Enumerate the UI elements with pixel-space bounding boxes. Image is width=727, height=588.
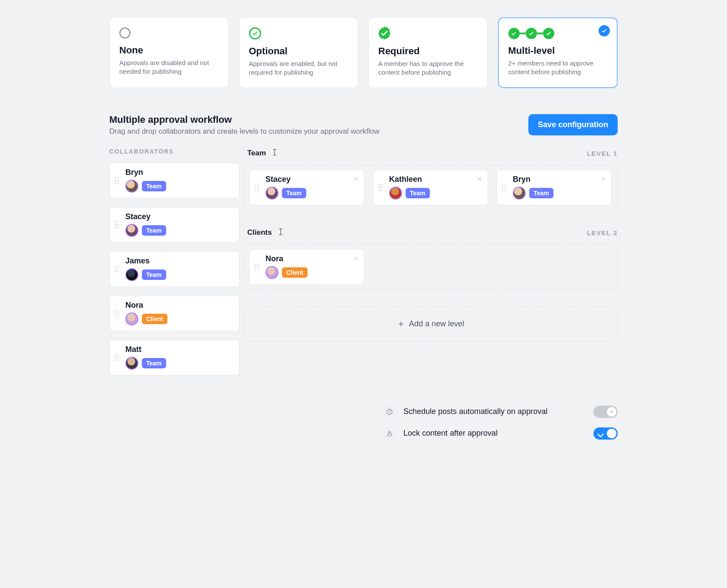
approval-mode-options: None Approvals are disabled and not need… <box>109 17 618 88</box>
person-card[interactable]: Stacey Team × <box>249 170 364 205</box>
avatar <box>125 180 138 193</box>
svg-point-34 <box>255 189 256 191</box>
person-name: Bryn <box>513 175 605 184</box>
person-card[interactable]: Bryn Team × <box>497 170 612 205</box>
svg-point-0 <box>115 177 116 178</box>
person-card[interactable]: Bryn Team <box>109 163 239 198</box>
drag-handle-icon[interactable] <box>497 170 511 205</box>
level-name[interactable]: Clients <box>247 228 272 237</box>
svg-point-46 <box>502 189 503 191</box>
svg-point-27 <box>117 357 118 358</box>
remove-person-button[interactable]: × <box>601 174 606 183</box>
svg-point-49 <box>257 263 259 265</box>
add-level-button[interactable]: + Add a new level <box>245 307 618 342</box>
svg-point-33 <box>257 187 259 188</box>
collaborators-list: Bryn Team Stacey Team James Team <box>109 163 239 375</box>
avatar <box>125 224 138 237</box>
svg-point-15 <box>117 268 118 269</box>
svg-point-7 <box>117 221 118 223</box>
level-dropzone[interactable]: Stacey Team × Kathleen Team × Bryn Team <box>245 165 618 210</box>
svg-point-17 <box>117 271 118 272</box>
person-name: Bryn <box>125 168 233 177</box>
collaborators-heading: COLLABORATORS <box>109 148 239 155</box>
option-title: Required <box>378 46 478 57</box>
svg-point-41 <box>381 189 382 191</box>
option-desc: Approvals are enabled, but not required … <box>249 59 348 77</box>
svg-point-30 <box>255 184 256 185</box>
svg-point-11 <box>117 227 118 228</box>
remove-person-button[interactable]: × <box>477 174 482 183</box>
svg-point-24 <box>115 354 116 355</box>
svg-point-35 <box>257 189 259 191</box>
svg-point-4 <box>115 182 116 184</box>
option-required[interactable]: Required A member has to approve the con… <box>368 17 488 88</box>
svg-point-42 <box>502 184 503 185</box>
drag-handle-icon[interactable] <box>110 207 124 242</box>
remove-person-button[interactable]: × <box>354 254 359 263</box>
option-none[interactable]: None Approvals are disabled and not need… <box>109 17 229 88</box>
svg-point-51 <box>257 266 259 267</box>
person-card[interactable]: Matt Team <box>109 340 239 375</box>
check-burst-icon <box>378 27 390 39</box>
person-card[interactable]: James Team <box>109 251 239 287</box>
multi-check-chain-icon <box>508 28 608 39</box>
section-subtitle: Drag and drop collaborators and create l… <box>109 127 380 136</box>
svg-point-37 <box>381 184 382 185</box>
rename-level-icon[interactable] <box>276 227 285 238</box>
svg-point-1 <box>117 177 118 178</box>
drag-handle-icon[interactable] <box>110 296 124 331</box>
person-card[interactable]: Nora Client × <box>249 249 364 285</box>
setting-schedule-on-approval: Schedule posts automatically on approval <box>383 406 618 418</box>
svg-point-47 <box>504 189 506 191</box>
svg-point-52 <box>255 269 256 270</box>
level-name[interactable]: Team <box>247 149 266 158</box>
toggle-schedule[interactable] <box>593 406 618 418</box>
circle-empty-icon <box>119 27 131 39</box>
svg-point-53 <box>257 269 259 270</box>
rename-level-icon[interactable] <box>270 148 279 159</box>
role-chip: Team <box>142 358 166 368</box>
drag-handle-icon[interactable] <box>110 163 124 198</box>
role-chip: Team <box>282 188 306 198</box>
toggle-lock[interactable] <box>593 427 618 440</box>
add-level-label: Add a new level <box>409 319 464 328</box>
lock-icon <box>383 427 396 440</box>
svg-point-39 <box>381 187 382 188</box>
role-chip: Team <box>142 269 166 280</box>
person-name: Kathleen <box>389 175 481 184</box>
option-title: Optional <box>249 46 348 57</box>
svg-point-22 <box>115 315 116 316</box>
role-chip: Team <box>142 225 166 236</box>
svg-point-13 <box>117 266 118 267</box>
option-multilevel[interactable]: Multi-level 2+ members need to approve c… <box>498 17 618 88</box>
svg-point-50 <box>255 266 256 267</box>
level-dropzone[interactable]: Nora Client × <box>245 244 618 289</box>
avatar <box>265 266 278 279</box>
role-chip: Team <box>406 188 430 198</box>
remove-person-button[interactable]: × <box>354 174 359 183</box>
person-card[interactable]: Stacey Team <box>109 207 239 243</box>
svg-point-5 <box>117 182 118 184</box>
level-tag: LEVEL 1 <box>587 150 618 157</box>
option-desc: Approvals are disabled and not needed fo… <box>119 59 219 76</box>
person-name: Stacey <box>125 212 233 221</box>
drag-handle-icon[interactable] <box>110 340 124 375</box>
person-card[interactable]: Kathleen Team × <box>373 170 488 205</box>
drag-handle-icon[interactable] <box>250 170 264 205</box>
section-title: Multiple approval workflow <box>109 114 380 125</box>
svg-point-10 <box>115 227 116 228</box>
levels-column: Team LEVEL 1 Stacey Team × Kathleen <box>245 148 618 342</box>
person-name: Stacey <box>265 175 358 184</box>
svg-point-45 <box>504 187 506 188</box>
svg-point-28 <box>115 359 116 361</box>
drag-handle-icon[interactable] <box>373 170 387 205</box>
svg-point-2 <box>115 180 116 181</box>
option-optional[interactable]: Optional Approvals are enabled, but not … <box>239 17 358 88</box>
save-configuration-button[interactable]: Save configuration <box>528 114 618 135</box>
svg-point-23 <box>117 315 118 316</box>
drag-handle-icon[interactable] <box>110 252 124 286</box>
clock-icon <box>383 406 396 418</box>
person-name: Nora <box>125 301 233 310</box>
drag-handle-icon[interactable] <box>250 250 264 284</box>
person-card[interactable]: Nora Client <box>109 296 239 331</box>
